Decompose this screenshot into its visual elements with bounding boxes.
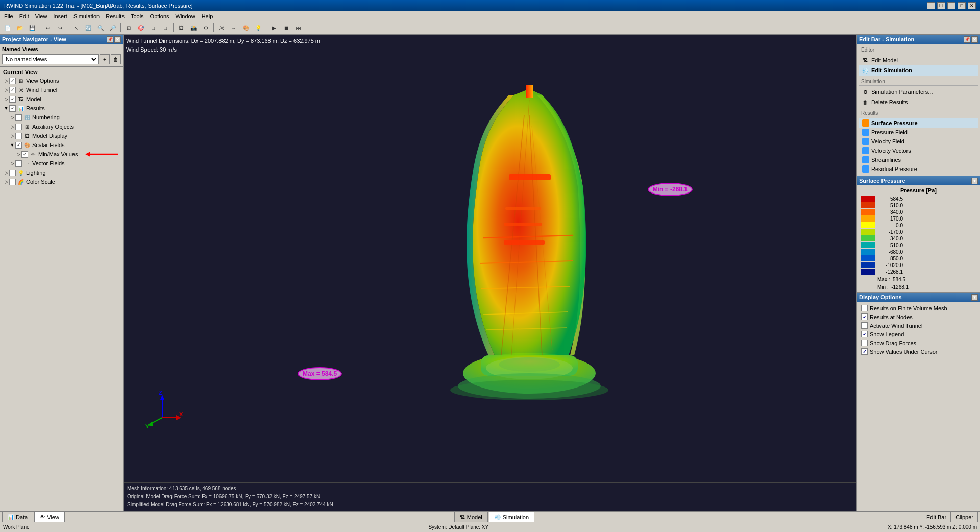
menu-tools[interactable]: Tools bbox=[128, 12, 147, 20]
named-views-select[interactable]: No named views bbox=[2, 54, 99, 64]
tb-rotate[interactable]: 🔄 bbox=[83, 22, 94, 33]
delete-results-item[interactable]: 🗑 Delete Results bbox=[859, 97, 978, 107]
tb-open[interactable]: 📂 bbox=[14, 22, 26, 33]
menu-options[interactable]: Options bbox=[147, 12, 173, 20]
right-panel-pin[interactable]: 📌 bbox=[964, 36, 970, 43]
tb-front[interactable]: □ bbox=[148, 22, 159, 33]
expand-auxiliary[interactable]: ▷ bbox=[9, 124, 15, 129]
tree-lighting[interactable]: ▷ 💡 Lighting bbox=[1, 168, 122, 177]
tree-wind-tunnel[interactable]: ▷ 🌬 Wind Tunnel bbox=[1, 85, 122, 94]
tree-minmax[interactable]: ▷ ✏ Min/Max Values bbox=[1, 150, 122, 159]
tb-zoom-in[interactable]: 🔍 bbox=[95, 22, 106, 33]
restore-button[interactable]: ❐ bbox=[937, 2, 945, 9]
named-views-delete[interactable]: 🗑 bbox=[111, 54, 121, 64]
tab-view[interactable]: 👁 View bbox=[34, 512, 65, 522]
expand-model-display[interactable]: ▷ bbox=[9, 133, 15, 138]
left-panel-close[interactable]: ✕ bbox=[114, 36, 121, 43]
menu-help[interactable]: Help bbox=[199, 12, 216, 20]
app-minimize-button[interactable]: ─ bbox=[947, 2, 955, 9]
tb-render[interactable]: 🖼 bbox=[176, 22, 187, 33]
expand-vectors[interactable]: ▷ bbox=[9, 161, 15, 166]
cb-results-nodes[interactable] bbox=[861, 313, 868, 320]
sim-params-item[interactable]: ⚙ Simulation Parameters... bbox=[859, 87, 978, 97]
tb-new[interactable]: 📄 bbox=[2, 22, 13, 33]
app-close-button[interactable]: ✕ bbox=[968, 2, 976, 9]
tb-zoom-out[interactable]: 🔎 bbox=[107, 22, 118, 33]
rb-tab-editbar[interactable]: Edit Bar bbox=[922, 512, 951, 522]
center-viewport[interactable]: Wind Tunnel Dimensions: Dx = 2007.882 m,… bbox=[124, 35, 856, 511]
tb-save[interactable]: 💾 bbox=[27, 22, 38, 33]
result-velocity-vectors[interactable]: Velocity Vectors bbox=[859, 146, 978, 155]
named-views-add[interactable]: + bbox=[100, 54, 110, 64]
check-wind-tunnel[interactable] bbox=[9, 87, 16, 93]
minimize-button[interactable]: ─ bbox=[927, 2, 935, 9]
app-maximize-button[interactable]: □ bbox=[958, 2, 966, 9]
edit-model-item[interactable]: 🏗 Edit Model bbox=[859, 55, 978, 65]
check-vectors[interactable] bbox=[15, 160, 22, 167]
cb-legend[interactable] bbox=[861, 331, 868, 337]
result-velocity-field[interactable]: Velocity Field bbox=[859, 137, 978, 146]
tb-color[interactable]: 🎨 bbox=[240, 22, 252, 33]
check-numbering[interactable] bbox=[15, 114, 22, 121]
cb-cursor-values[interactable] bbox=[861, 348, 868, 355]
center-tab-simulation[interactable]: 💨 Simulation bbox=[489, 512, 534, 522]
tree-model[interactable]: ▷ 🏗 Model bbox=[1, 94, 122, 104]
menu-view[interactable]: View bbox=[32, 12, 51, 20]
check-color-scale[interactable] bbox=[9, 179, 16, 185]
rb-tab-clipper[interactable]: Clipper bbox=[951, 512, 978, 522]
menu-insert[interactable]: Insert bbox=[50, 12, 70, 20]
tree-model-display[interactable]: ▷ 🖼 Model Display bbox=[1, 131, 122, 140]
option-wind-tunnel[interactable]: Activate Wind Tunnel bbox=[861, 321, 976, 330]
check-model[interactable] bbox=[9, 96, 16, 103]
tree-vector-fields[interactable]: ▷ → Vector Fields bbox=[1, 159, 122, 168]
tb-redo[interactable]: ↪ bbox=[55, 22, 66, 33]
tb-view3d[interactable]: 🎯 bbox=[135, 22, 146, 33]
option-legend[interactable]: Show Legend bbox=[861, 330, 976, 338]
option-results-nodes[interactable]: Results at Nodes bbox=[861, 312, 976, 321]
check-minmax[interactable] bbox=[21, 151, 28, 158]
right-panel-close[interactable]: ✕ bbox=[971, 36, 978, 43]
tree-results[interactable]: ▼ 📊 Results bbox=[1, 104, 122, 113]
tb-sim-run[interactable]: ▶ bbox=[268, 22, 280, 33]
tb-top[interactable]: □ bbox=[160, 22, 171, 33]
expand-color-scale[interactable]: ▷ bbox=[3, 179, 9, 184]
result-pressure-field[interactable]: Pressure Field bbox=[859, 128, 978, 137]
expand-scalar[interactable]: ▼ bbox=[9, 142, 15, 148]
expand-minmax[interactable]: ▷ bbox=[15, 152, 21, 157]
tb-wind[interactable]: 🌬 bbox=[216, 22, 227, 33]
tree-view-options[interactable]: ▷ ⊞ View Options bbox=[1, 76, 122, 85]
check-scalar[interactable] bbox=[15, 142, 22, 149]
check-model-display[interactable] bbox=[15, 133, 22, 139]
menu-edit[interactable]: Edit bbox=[16, 12, 32, 20]
edit-simulation-item[interactable]: 💨 Edit Simulation bbox=[859, 65, 978, 76]
legend-collapse[interactable]: ▼ bbox=[971, 178, 978, 184]
option-finite-volume[interactable]: Results on Finite Volume Mesh bbox=[861, 304, 976, 312]
check-lighting[interactable] bbox=[9, 170, 16, 176]
tb-sim-reset[interactable]: ⏮ bbox=[293, 22, 304, 33]
tb-vectors[interactable]: → bbox=[228, 22, 239, 33]
menu-file[interactable]: File bbox=[1, 12, 16, 20]
check-auxiliary[interactable] bbox=[15, 124, 22, 130]
check-results[interactable] bbox=[9, 105, 16, 112]
cb-finite-volume[interactable] bbox=[861, 305, 868, 311]
result-surface-pressure[interactable]: Surface Pressure bbox=[859, 118, 978, 128]
cb-drag-forces[interactable] bbox=[861, 340, 868, 346]
tb-select[interactable]: ↖ bbox=[70, 22, 82, 33]
result-residual-pressure[interactable]: Residual Pressure bbox=[859, 164, 978, 174]
tb-undo[interactable]: ↩ bbox=[42, 22, 54, 33]
cb-wind-tunnel[interactable] bbox=[861, 322, 868, 329]
tree-scalar-fields[interactable]: ▼ 🎨 Scalar Fields bbox=[1, 140, 122, 150]
expand-results[interactable]: ▼ bbox=[3, 106, 9, 111]
tab-data[interactable]: 📊 Data bbox=[2, 512, 33, 522]
tb-options[interactable]: ⚙ bbox=[200, 22, 211, 33]
tree-color-scale[interactable]: ▷ 🌈 Color Scale bbox=[1, 177, 122, 186]
result-streamlines[interactable]: Streamlines bbox=[859, 155, 978, 164]
tb-snap[interactable]: 📸 bbox=[188, 22, 199, 33]
expand-wind-tunnel[interactable]: ▷ bbox=[3, 87, 9, 92]
tb-fit[interactable]: ⊡ bbox=[123, 22, 134, 33]
option-drag-forces[interactable]: Show Drag Forces bbox=[861, 338, 976, 347]
option-cursor-values[interactable]: Show Values Under Cursor bbox=[861, 347, 976, 356]
left-panel-pin[interactable]: 📌 bbox=[107, 36, 113, 43]
menu-window[interactable]: Window bbox=[173, 12, 199, 20]
check-view-options[interactable] bbox=[9, 78, 16, 84]
